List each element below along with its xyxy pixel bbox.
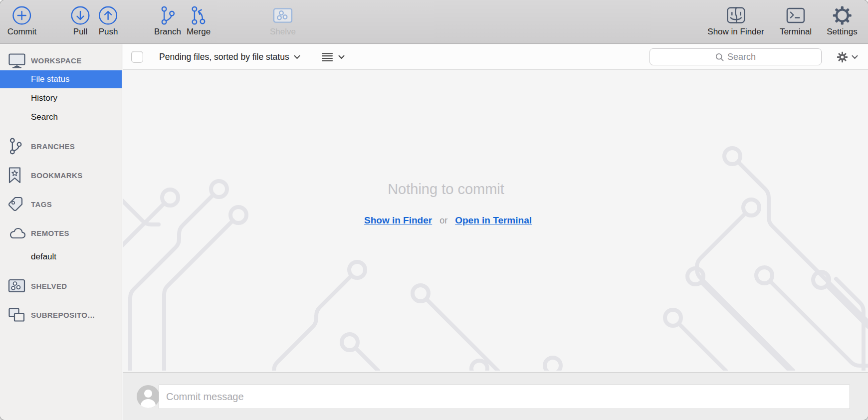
pull-arrow-down-circle-icon	[71, 4, 90, 27]
commit-message-input[interactable]	[159, 385, 850, 409]
search-icon	[715, 53, 724, 61]
commit-bar	[123, 372, 868, 420]
settings-button-label: Settings	[827, 27, 857, 37]
shelve-button-label: Shelve	[270, 27, 296, 37]
links-separator: or	[439, 215, 447, 226]
main-toolbar: Commit Pull Push	[0, 0, 868, 44]
push-button-label: Push	[99, 27, 118, 37]
bookmark-icon	[8, 167, 30, 184]
merge-icon	[190, 4, 207, 27]
branch-icon	[159, 4, 176, 27]
commit-plus-circle-icon	[12, 4, 31, 27]
pending-files-dropdown[interactable]: Pending files, sorted by file status	[159, 52, 300, 62]
push-arrow-up-circle-icon	[99, 4, 118, 27]
avatar	[137, 385, 160, 408]
cloud-icon	[8, 226, 30, 240]
gear-icon	[832, 4, 852, 27]
shelf-icon	[8, 279, 30, 293]
sidebar-item-history[interactable]: History	[0, 89, 122, 107]
finder-icon	[726, 4, 746, 27]
sidebar-item-label: default	[31, 252, 56, 262]
sidebar-section-label: REMOTES	[31, 229, 69, 237]
chevron-down-icon	[338, 55, 345, 59]
monitor-icon	[8, 53, 30, 68]
shelve-button[interactable]: Shelve	[270, 4, 296, 37]
terminal-button-label: Terminal	[780, 27, 812, 37]
show-in-finder-button-label: Show in Finder	[707, 27, 764, 37]
settings-button[interactable]: Settings	[827, 4, 857, 37]
sidebar-section-branches[interactable]: BRANCHES	[0, 137, 122, 155]
search-input[interactable]: Search	[650, 48, 822, 65]
pull-button-label: Pull	[73, 27, 87, 37]
empty-state-title: Nothing to commit	[388, 181, 504, 198]
chevron-down-icon	[294, 55, 300, 59]
sidebar-section-remotes[interactable]: REMOTES	[0, 224, 122, 242]
show-in-finder-button[interactable]: Show in Finder	[707, 4, 764, 37]
filter-bar: Pending files, sorted by file status S	[123, 44, 868, 70]
gear-icon	[837, 51, 848, 63]
empty-state-links: Show in Finder or Open in Terminal	[364, 215, 532, 226]
main-panel: Pending files, sorted by file status S	[123, 44, 868, 420]
sidebar-section-label: BRANCHES	[31, 142, 75, 151]
terminal-button[interactable]: Terminal	[780, 4, 812, 37]
sidebar-section-label: TAGS	[31, 200, 52, 209]
sidebar-section-label: SHELVED	[31, 282, 67, 290]
stage-all-checkbox[interactable]	[131, 51, 143, 63]
file-status-content: Nothing to commit Show in Finder or Open…	[123, 70, 868, 372]
merge-button[interactable]: Merge	[187, 4, 211, 37]
open-in-terminal-link[interactable]: Open in Terminal	[455, 215, 532, 226]
branch-icon	[8, 137, 30, 155]
sidebar-section-label: BOOKMARKS	[31, 171, 83, 180]
sidebar-section-workspace[interactable]: WORKSPACE	[0, 51, 122, 69]
pending-files-dropdown-label: Pending files, sorted by file status	[159, 52, 289, 62]
branch-button-label: Branch	[154, 27, 181, 37]
sidebar-item-remote-default[interactable]: default	[0, 248, 122, 266]
sidebar-section-label: SUBREPOSITO…	[31, 311, 95, 319]
view-mode-dropdown[interactable]	[321, 52, 345, 62]
search-placeholder: Search	[727, 52, 756, 62]
sidebar-section-tags[interactable]: TAGS	[0, 195, 122, 213]
tag-icon	[8, 196, 30, 212]
chevron-down-icon	[852, 55, 858, 59]
sidebar: WORKSPACE File status History Search BRA…	[0, 44, 122, 420]
list-view-icon	[321, 52, 333, 62]
subrepositories-icon	[8, 307, 30, 323]
shelve-icon	[272, 4, 294, 27]
commit-button[interactable]: Commit	[7, 4, 37, 37]
sidebar-item-label: History	[31, 93, 57, 103]
show-in-finder-link[interactable]: Show in Finder	[364, 215, 432, 226]
sourcetree-window: Commit Pull Push	[0, 0, 868, 420]
person-icon	[144, 390, 152, 398]
pull-button[interactable]: Pull	[71, 4, 90, 37]
sidebar-section-bookmarks[interactable]: BOOKMARKS	[0, 166, 122, 184]
sidebar-section-label: WORKSPACE	[31, 56, 82, 65]
merge-button-label: Merge	[187, 27, 211, 37]
commit-button-label: Commit	[7, 27, 37, 37]
options-gear-menu[interactable]	[837, 51, 858, 63]
push-button[interactable]: Push	[99, 4, 118, 37]
branch-button[interactable]: Branch	[154, 4, 181, 37]
sidebar-item-label: File status	[31, 74, 69, 84]
sidebar-section-shelved[interactable]: SHELVED	[0, 277, 122, 295]
sidebar-item-label: Search	[31, 112, 58, 122]
terminal-icon	[786, 4, 806, 27]
sidebar-section-subrepositories[interactable]: SUBREPOSITO…	[0, 306, 122, 324]
sidebar-item-file-status[interactable]: File status	[0, 70, 122, 88]
sidebar-item-search[interactable]: Search	[0, 108, 122, 126]
